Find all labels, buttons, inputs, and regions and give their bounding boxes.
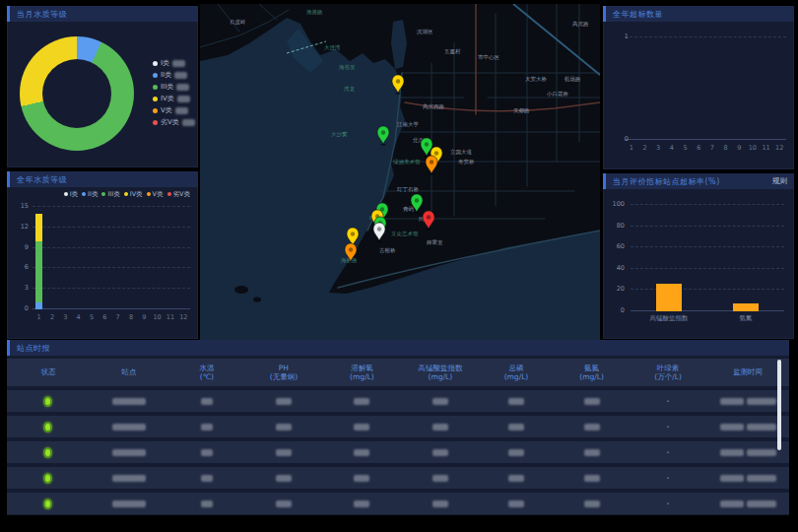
col-unit: (℃): [200, 372, 214, 381]
cell-状态: [7, 499, 90, 509]
redacted-time: [747, 398, 776, 405]
redacted-value: [177, 96, 190, 102]
map-place-label: 小白花桥: [546, 91, 569, 98]
rules-link[interactable]: 规则: [772, 176, 787, 186]
legend-item-劣V类[interactable]: 劣V类: [167, 190, 190, 198]
redacted-value: [201, 475, 213, 482]
col-name: 溶解氧: [351, 364, 373, 372]
legend-item-I类[interactable]: I类: [64, 190, 78, 198]
cell-PH: [245, 449, 322, 456]
col-unit: (mg/L): [504, 372, 529, 381]
redacted-value: [174, 72, 187, 79]
grid-line: [631, 204, 784, 205]
legend-label: II类: [161, 70, 171, 80]
legend-item-II类[interactable]: II类: [82, 190, 98, 198]
cell-水温: [168, 500, 245, 507]
cell-站点: [90, 398, 168, 405]
x-axis-line: [33, 308, 190, 309]
redacted-value: [432, 475, 448, 482]
cell-高锰酸盐指数: [402, 398, 479, 405]
map[interactable]: 石皮岭渔港路高滨路滨湖区五星村市中心区大连湾海苍里湾龙天安大桥机场路小白花桥高滨…: [200, 4, 600, 340]
col-header-氨氮: 氨氮(mg/L): [554, 364, 630, 382]
y-tick-label: 12: [11, 223, 29, 231]
panel-title: 当月水质等级: [17, 9, 67, 20]
redacted-time: [747, 475, 776, 482]
cell-PH: [245, 475, 322, 482]
pin-hole: [377, 227, 381, 231]
cell-溶解氧: [322, 500, 402, 507]
x-tick-label: 1: [625, 144, 638, 152]
redacted-value: [112, 398, 146, 405]
panel-annual-exceed-header: 全年超标数量: [603, 6, 794, 22]
y-tick-label: 3: [11, 284, 29, 292]
table-row[interactable]: -: [7, 390, 789, 412]
cell-叶绿素: -: [630, 423, 706, 431]
legend-item-I类[interactable]: I类: [153, 57, 195, 69]
legend-dot: [82, 192, 86, 196]
redacted-value: [584, 449, 600, 456]
monitor-time-redacted: [720, 398, 776, 405]
cell-氨氮: [554, 500, 630, 507]
redacted-time: [747, 424, 776, 431]
legend-item-V类[interactable]: V类: [153, 104, 195, 116]
legend-item-V类[interactable]: V类: [147, 190, 164, 198]
redacted-value: [201, 398, 213, 405]
cell-氨氮: [554, 449, 630, 456]
grid-line: [33, 267, 190, 268]
rate-bar-高锰酸盐指数[interactable]: [656, 284, 682, 311]
table-row[interactable]: -: [7, 441, 789, 463]
panel-monthly-grade: 当月水质等级 I类II类III类IV类V类劣V类: [7, 6, 198, 167]
x-tick-label: 2: [45, 313, 58, 321]
cell-叶绿素: -: [630, 448, 706, 456]
legend-item-劣V类[interactable]: 劣V类: [153, 116, 195, 128]
cell-总磷: [479, 449, 554, 456]
col-name: 氨氮: [584, 364, 599, 372]
map-place-label: 文化艺术馆: [391, 231, 419, 237]
col-unit: (无量纲): [270, 372, 298, 381]
table-row[interactable]: -: [7, 467, 789, 489]
redacted-value: [432, 398, 448, 405]
legend-item-III类[interactable]: III类: [101, 190, 119, 198]
legend-dot: [167, 192, 171, 196]
redacted-value: [584, 398, 600, 405]
map-place-label: 五星村: [444, 48, 461, 55]
pin-hole: [349, 247, 353, 251]
legend-label: IV类: [161, 94, 174, 103]
table-row[interactable]: -: [7, 493, 789, 514]
col-unit: (mg/L): [350, 372, 374, 381]
grid-line: [33, 288, 190, 289]
legend-label: V类: [153, 190, 164, 199]
redacted-value: [508, 424, 524, 431]
table-scrollbar[interactable]: [777, 360, 781, 450]
bar-segment-IV类: [35, 214, 42, 241]
stacked-bar-month-1[interactable]: [35, 207, 42, 309]
x-tick-label: 9: [138, 313, 151, 321]
legend-item-IV类[interactable]: IV类: [153, 93, 195, 104]
legend-item-II类[interactable]: II类: [153, 69, 195, 81]
legend-item-III类[interactable]: III类: [153, 81, 195, 93]
y-tick-label: 6: [11, 263, 29, 271]
grid-line: [631, 289, 784, 290]
bar-segment-II类: [35, 302, 42, 309]
redacted-value: [354, 424, 369, 431]
table-title: 站点时报: [17, 343, 50, 354]
map-place-label: 天安大桥: [525, 76, 548, 82]
pin-hole: [430, 160, 433, 164]
map-place-label: 渔港路: [306, 9, 323, 16]
y-tick-label: 0: [607, 306, 625, 314]
rate-bar-label: 高锰酸盐指数: [650, 314, 689, 323]
panel-title: 全年水质等级: [17, 174, 67, 185]
monitor-time-redacted: [720, 424, 776, 431]
y-tick-label: 40: [607, 264, 625, 272]
redacted-value: [432, 424, 448, 431]
legend-dot: [153, 61, 158, 66]
legend-item-IV类[interactable]: IV类: [124, 190, 143, 198]
cell-状态: [7, 396, 90, 407]
redacted-value: [354, 449, 369, 456]
rate-bar-氨氮[interactable]: [733, 303, 759, 311]
panel-monthly-rate: 当月评价指标站点超标率(%) 规则 020406080100高锰酸盐指数氨氮: [603, 173, 794, 339]
col-name: 高锰酸盐指数: [418, 364, 462, 372]
map-island: [234, 286, 248, 294]
table-row[interactable]: -: [7, 416, 789, 437]
annual-legend: I类II类III类IV类V类劣V类: [64, 190, 194, 198]
